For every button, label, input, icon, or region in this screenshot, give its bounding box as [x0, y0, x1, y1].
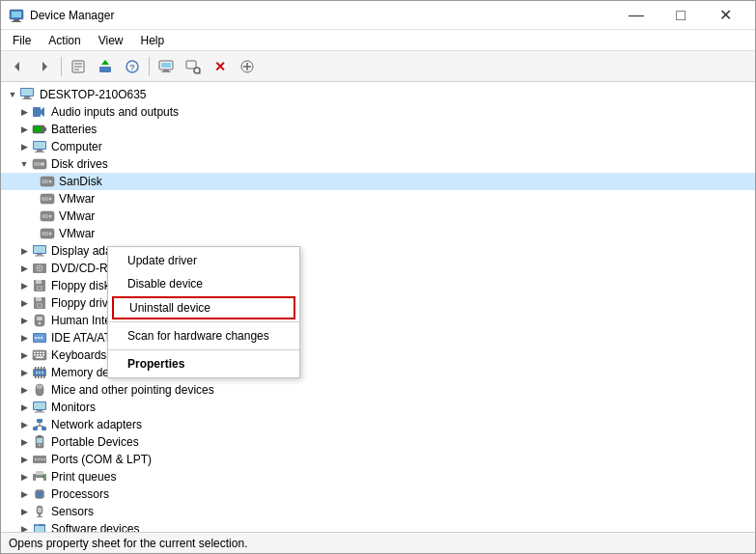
- mice-icon: [32, 382, 47, 398]
- svg-rect-87: [38, 367, 40, 370]
- tree-item-print[interactable]: ▶ Print queues: [1, 468, 755, 485]
- menu-action[interactable]: Action: [41, 32, 88, 49]
- software-expand[interactable]: ▶: [16, 520, 32, 532]
- tree-item-processors[interactable]: ▶: [1, 485, 755, 503]
- floppy-label: Floppy disk: [51, 279, 110, 292]
- memory-expand[interactable]: ▶: [16, 364, 32, 381]
- monitors-expand[interactable]: ▶: [16, 399, 32, 416]
- floppy-ctrl-icon: [32, 295, 47, 311]
- svg-rect-144: [35, 526, 44, 532]
- svg-point-47: [49, 215, 52, 218]
- minimize-button[interactable]: —: [614, 1, 658, 30]
- floppy-expand[interactable]: ▶: [16, 277, 32, 294]
- back-button[interactable]: [5, 54, 30, 79]
- maximize-button[interactable]: □: [658, 1, 703, 30]
- svg-rect-10: [99, 67, 111, 72]
- svg-rect-88: [41, 367, 42, 370]
- svg-point-38: [41, 162, 44, 166]
- batteries-expand-icon[interactable]: ▶: [16, 121, 32, 138]
- menu-help[interactable]: Help: [133, 32, 173, 49]
- tree-item-computer[interactable]: ▶ Computer: [1, 138, 755, 155]
- disk-expand-icon[interactable]: ▼: [16, 155, 32, 173]
- network-expand[interactable]: ▶: [16, 416, 32, 433]
- svg-rect-96: [39, 372, 41, 374]
- vmwar2-label: VMwar: [59, 209, 95, 223]
- print-expand[interactable]: ▶: [16, 468, 32, 485]
- ctx-properties[interactable]: Properties: [108, 352, 299, 375]
- tree-item-sandisk[interactable]: SanDisk: [1, 173, 755, 190]
- svg-rect-80: [34, 354, 36, 356]
- computer-button[interactable]: [154, 54, 179, 79]
- ctx-disable-device[interactable]: Disable device: [108, 272, 299, 295]
- svg-rect-90: [35, 375, 37, 378]
- tree-item-sensors[interactable]: ▶ Sensors: [1, 503, 755, 520]
- ports-expand[interactable]: ▶: [16, 451, 32, 468]
- tree-item-vmwar3[interactable]: VMwar: [1, 225, 755, 242]
- svg-rect-95: [36, 372, 38, 374]
- processors-expand[interactable]: ▶: [16, 485, 32, 503]
- keyboards-label: Keyboards: [51, 348, 106, 362]
- menu-file[interactable]: File: [5, 32, 39, 49]
- floppy-ctrl-expand[interactable]: ▶: [16, 294, 32, 312]
- svg-point-74: [41, 337, 42, 339]
- tree-item-monitors[interactable]: ▶ Monitors: [1, 399, 755, 416]
- svg-rect-76: [34, 352, 36, 354]
- status-text: Opens property sheet for the current sel…: [9, 537, 247, 550]
- svg-rect-79: [42, 352, 44, 354]
- keyboard-icon: [32, 347, 47, 363]
- svg-point-73: [38, 337, 40, 339]
- tree-item-vmwar1[interactable]: VMwar: [1, 190, 755, 208]
- context-menu: Update driver Disable device Uninstall d…: [107, 246, 300, 378]
- svg-rect-91: [38, 375, 40, 378]
- close-button[interactable]: ✕: [703, 1, 747, 30]
- svg-rect-39: [34, 162, 41, 166]
- scan-button[interactable]: [181, 54, 206, 79]
- tree-item-ports[interactable]: ▶ Ports (COM & LPT): [1, 451, 755, 468]
- batteries-label: Batteries: [51, 123, 97, 136]
- tree-item-batteries[interactable]: ▶ Batteries: [1, 121, 755, 138]
- display-expand[interactable]: ▶: [16, 242, 32, 260]
- svg-rect-64: [36, 297, 42, 301]
- add-legacy-button[interactable]: [235, 54, 260, 79]
- svg-point-118: [38, 458, 40, 460]
- root-expand-icon[interactable]: ▼: [5, 86, 20, 103]
- processors-label: Processors: [51, 487, 109, 501]
- svg-rect-17: [161, 71, 171, 72]
- forward-button[interactable]: [32, 54, 57, 79]
- sensors-icon: [32, 504, 47, 519]
- tree-root[interactable]: ▼ DESKTOP-210O635: [1, 86, 755, 103]
- dvd-expand[interactable]: ▶: [16, 260, 32, 277]
- svg-rect-51: [42, 232, 48, 235]
- ide-expand[interactable]: ▶: [16, 329, 32, 346]
- hid-expand[interactable]: ▶: [16, 312, 32, 329]
- tree-item-network[interactable]: ▶ Network adapters: [1, 416, 755, 433]
- sensors-expand[interactable]: ▶: [16, 503, 32, 520]
- audio-expand-icon[interactable]: ▶: [16, 103, 32, 121]
- tree-item-mice[interactable]: ▶ Mice and other pointing devices: [1, 381, 755, 399]
- update-driver-button[interactable]: [93, 54, 118, 79]
- tree-item-vmwar2[interactable]: VMwar: [1, 208, 755, 225]
- tree-item-audio[interactable]: ▶ Audio inputs and outputs: [1, 103, 755, 121]
- computer-expand-icon[interactable]: ▶: [16, 138, 32, 155]
- ctx-uninstall-device[interactable]: Uninstall device: [112, 296, 295, 319]
- computer-label: Computer: [51, 140, 102, 153]
- uninstall-button[interactable]: ✕: [208, 54, 233, 79]
- tree-item-disk-drives[interactable]: ▼ Disk drives: [1, 155, 755, 173]
- svg-rect-26: [24, 97, 30, 98]
- mice-expand[interactable]: ▶: [16, 381, 32, 399]
- svg-rect-42: [42, 180, 48, 183]
- keyboards-expand[interactable]: ▶: [16, 346, 32, 364]
- ctx-update-driver[interactable]: Update driver: [108, 249, 299, 272]
- menu-view[interactable]: View: [91, 32, 131, 49]
- ctx-scan-hardware[interactable]: Scan for hardware changes: [108, 324, 299, 347]
- svg-rect-103: [34, 402, 45, 409]
- tree-item-software[interactable]: ▶ Software devices: [1, 520, 755, 532]
- tree-item-portable[interactable]: ▶ Portable Devices: [1, 433, 755, 451]
- dvd-icon: [32, 261, 47, 276]
- device-tree[interactable]: ▼ DESKTOP-210O635 ▶: [1, 82, 755, 532]
- properties-button[interactable]: [66, 54, 91, 79]
- ctx-separator-1: [108, 321, 299, 322]
- portable-expand[interactable]: ▶: [16, 433, 32, 451]
- svg-rect-84: [36, 357, 43, 359]
- help-button[interactable]: ?: [120, 54, 145, 79]
